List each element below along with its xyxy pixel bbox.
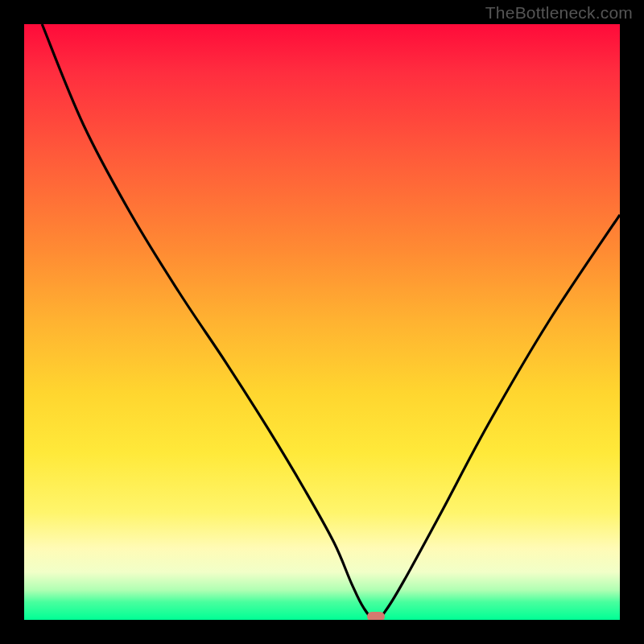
chart-frame: TheBottleneck.com [0,0,644,644]
watermark-text: TheBottleneck.com [485,3,633,23]
plot-area [24,24,620,620]
minimum-marker [367,612,385,620]
bottleneck-curve [24,24,620,620]
